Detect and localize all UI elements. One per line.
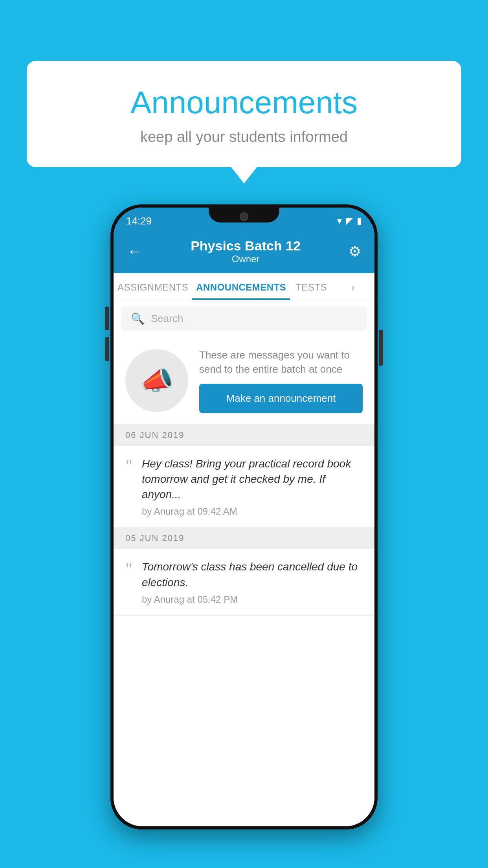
prompt-right: These are messages you want to send to t… [199, 348, 363, 413]
speech-bubble-container: Announcements keep all your students inf… [27, 61, 461, 167]
signal-icon: ◤ [346, 215, 353, 226]
quote-icon-1: " [125, 458, 132, 475]
status-time: 14:29 [126, 215, 152, 227]
make-announcement-button[interactable]: Make an announcement [199, 384, 363, 413]
back-button[interactable]: ← [125, 240, 145, 263]
header-subtitle: Owner [145, 254, 346, 265]
header-title: Physics Batch 12 [145, 238, 346, 254]
search-placeholder: Search [151, 313, 183, 325]
announcement-text-1: Hey class! Bring your practical record b… [142, 456, 363, 502]
prompt-description: These are messages you want to send to t… [199, 348, 363, 377]
announcement-content-2: Tomorrow's class has been cancelled due … [142, 559, 363, 605]
tab-tests[interactable]: TESTS [290, 273, 332, 300]
header-center: Physics Batch 12 Owner [145, 238, 346, 265]
announcement-meta-1: by Anurag at 09:42 AM [142, 506, 363, 517]
phone-screen: 14:29 ▾ ◤ ▮ ← Physics Batch 12 Owner ⚙ A… [114, 208, 374, 826]
tab-announcements[interactable]: ANNOUNCEMENTS [192, 273, 290, 300]
volume-down-button [105, 337, 109, 361]
announcement-prompt: 📣 These are messages you want to send to… [114, 337, 374, 425]
announcement-meta-2: by Anurag at 05:42 PM [142, 594, 363, 605]
announcement-item-1: " Hey class! Bring your practical record… [114, 446, 374, 528]
phone-notch [209, 208, 279, 223]
megaphone-icon: 📣 [140, 365, 174, 396]
search-bar[interactable]: 🔍 Search [121, 307, 367, 331]
date-separator-2: 05 JUN 2019 [114, 528, 374, 549]
volume-up-button [105, 307, 109, 330]
tab-assignments[interactable]: ASSIGNMENTS [114, 273, 192, 300]
search-icon: 🔍 [131, 312, 145, 325]
speech-bubble-subtitle: keep all your students informed [58, 129, 430, 145]
settings-button[interactable]: ⚙ [346, 241, 363, 262]
phone-camera [240, 212, 248, 221]
quote-icon-2: " [125, 561, 132, 578]
announcement-item-2: " Tomorrow's class has been cancelled du… [114, 549, 374, 615]
battery-icon: ▮ [357, 215, 362, 226]
announcement-text-2: Tomorrow's class has been cancelled due … [142, 559, 363, 590]
app-header: ← Physics Batch 12 Owner ⚙ [114, 231, 374, 273]
tab-more[interactable]: › [332, 273, 374, 300]
power-button [379, 330, 383, 366]
search-bar-wrapper: 🔍 Search [114, 300, 374, 337]
announcement-content-1: Hey class! Bring your practical record b… [142, 456, 363, 517]
tabs-bar: ASSIGNMENTS ANNOUNCEMENTS TESTS › [114, 273, 374, 300]
status-icons: ▾ ◤ ▮ [337, 215, 362, 226]
date-separator-1: 06 JUN 2019 [114, 425, 374, 446]
wifi-icon: ▾ [337, 215, 342, 226]
prompt-icon-circle: 📣 [125, 349, 188, 412]
power-side-button [379, 330, 383, 366]
speech-bubble-title: Announcements [58, 85, 430, 121]
volume-buttons [105, 307, 109, 361]
phone-body: 🔍 Search 📣 These are messages you want t… [114, 300, 374, 826]
speech-bubble: Announcements keep all your students inf… [27, 61, 461, 167]
phone-frame: 14:29 ▾ ◤ ▮ ← Physics Batch 12 Owner ⚙ A… [110, 204, 378, 829]
